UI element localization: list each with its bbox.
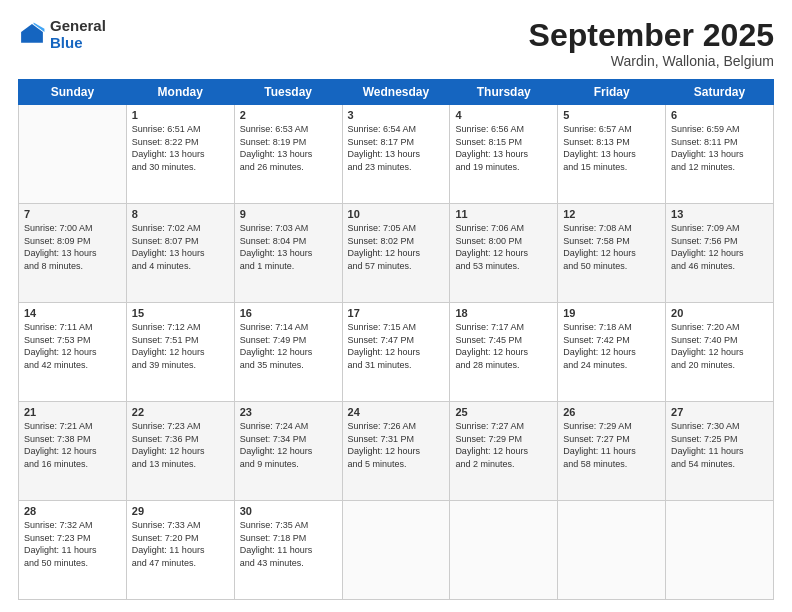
day-number: 15 <box>132 307 229 319</box>
table-cell: 30Sunrise: 7:35 AM Sunset: 7:18 PM Dayli… <box>234 501 342 600</box>
table-cell <box>666 501 774 600</box>
day-number: 19 <box>563 307 660 319</box>
day-number: 30 <box>240 505 337 517</box>
table-cell: 5Sunrise: 6:57 AM Sunset: 8:13 PM Daylig… <box>558 105 666 204</box>
table-cell: 8Sunrise: 7:02 AM Sunset: 8:07 PM Daylig… <box>126 204 234 303</box>
day-info: Sunrise: 6:57 AM Sunset: 8:13 PM Dayligh… <box>563 123 660 173</box>
table-cell: 20Sunrise: 7:20 AM Sunset: 7:40 PM Dayli… <box>666 303 774 402</box>
day-number: 12 <box>563 208 660 220</box>
day-info: Sunrise: 7:18 AM Sunset: 7:42 PM Dayligh… <box>563 321 660 371</box>
table-cell <box>19 105 127 204</box>
day-info: Sunrise: 7:15 AM Sunset: 7:47 PM Dayligh… <box>348 321 445 371</box>
day-info: Sunrise: 7:29 AM Sunset: 7:27 PM Dayligh… <box>563 420 660 470</box>
day-info: Sunrise: 7:00 AM Sunset: 8:09 PM Dayligh… <box>24 222 121 272</box>
day-number: 26 <box>563 406 660 418</box>
calendar-week-row: 28Sunrise: 7:32 AM Sunset: 7:23 PM Dayli… <box>19 501 774 600</box>
table-cell: 27Sunrise: 7:30 AM Sunset: 7:25 PM Dayli… <box>666 402 774 501</box>
day-number: 8 <box>132 208 229 220</box>
calendar-table: Sunday Monday Tuesday Wednesday Thursday… <box>18 79 774 600</box>
table-cell: 25Sunrise: 7:27 AM Sunset: 7:29 PM Dayli… <box>450 402 558 501</box>
day-number: 11 <box>455 208 552 220</box>
day-info: Sunrise: 7:02 AM Sunset: 8:07 PM Dayligh… <box>132 222 229 272</box>
day-number: 24 <box>348 406 445 418</box>
table-cell: 6Sunrise: 6:59 AM Sunset: 8:11 PM Daylig… <box>666 105 774 204</box>
table-cell: 29Sunrise: 7:33 AM Sunset: 7:20 PM Dayli… <box>126 501 234 600</box>
day-number: 29 <box>132 505 229 517</box>
calendar-week-row: 1Sunrise: 6:51 AM Sunset: 8:22 PM Daylig… <box>19 105 774 204</box>
col-friday: Friday <box>558 80 666 105</box>
table-cell <box>558 501 666 600</box>
col-monday: Monday <box>126 80 234 105</box>
day-number: 27 <box>671 406 768 418</box>
day-info: Sunrise: 7:32 AM Sunset: 7:23 PM Dayligh… <box>24 519 121 569</box>
col-tuesday: Tuesday <box>234 80 342 105</box>
table-cell: 23Sunrise: 7:24 AM Sunset: 7:34 PM Dayli… <box>234 402 342 501</box>
table-cell: 26Sunrise: 7:29 AM Sunset: 7:27 PM Dayli… <box>558 402 666 501</box>
day-number: 7 <box>24 208 121 220</box>
table-cell: 22Sunrise: 7:23 AM Sunset: 7:36 PM Dayli… <box>126 402 234 501</box>
day-info: Sunrise: 7:14 AM Sunset: 7:49 PM Dayligh… <box>240 321 337 371</box>
day-info: Sunrise: 6:56 AM Sunset: 8:15 PM Dayligh… <box>455 123 552 173</box>
page: General Blue September 2025 Wardin, Wall… <box>0 0 792 612</box>
col-wednesday: Wednesday <box>342 80 450 105</box>
day-number: 20 <box>671 307 768 319</box>
day-info: Sunrise: 7:35 AM Sunset: 7:18 PM Dayligh… <box>240 519 337 569</box>
day-info: Sunrise: 7:21 AM Sunset: 7:38 PM Dayligh… <box>24 420 121 470</box>
day-info: Sunrise: 7:06 AM Sunset: 8:00 PM Dayligh… <box>455 222 552 272</box>
table-cell: 14Sunrise: 7:11 AM Sunset: 7:53 PM Dayli… <box>19 303 127 402</box>
table-cell: 28Sunrise: 7:32 AM Sunset: 7:23 PM Dayli… <box>19 501 127 600</box>
table-cell: 11Sunrise: 7:06 AM Sunset: 8:00 PM Dayli… <box>450 204 558 303</box>
table-cell: 15Sunrise: 7:12 AM Sunset: 7:51 PM Dayli… <box>126 303 234 402</box>
day-number: 5 <box>563 109 660 121</box>
day-info: Sunrise: 6:59 AM Sunset: 8:11 PM Dayligh… <box>671 123 768 173</box>
logo-general-text: General <box>50 18 106 35</box>
day-info: Sunrise: 7:11 AM Sunset: 7:53 PM Dayligh… <box>24 321 121 371</box>
table-cell: 7Sunrise: 7:00 AM Sunset: 8:09 PM Daylig… <box>19 204 127 303</box>
col-thursday: Thursday <box>450 80 558 105</box>
day-info: Sunrise: 7:24 AM Sunset: 7:34 PM Dayligh… <box>240 420 337 470</box>
day-number: 1 <box>132 109 229 121</box>
month-title: September 2025 <box>529 18 774 53</box>
day-info: Sunrise: 7:09 AM Sunset: 7:56 PM Dayligh… <box>671 222 768 272</box>
table-cell: 1Sunrise: 6:51 AM Sunset: 8:22 PM Daylig… <box>126 105 234 204</box>
calendar-week-row: 14Sunrise: 7:11 AM Sunset: 7:53 PM Dayli… <box>19 303 774 402</box>
logo: General Blue <box>18 18 106 51</box>
day-number: 25 <box>455 406 552 418</box>
day-info: Sunrise: 7:17 AM Sunset: 7:45 PM Dayligh… <box>455 321 552 371</box>
day-info: Sunrise: 7:23 AM Sunset: 7:36 PM Dayligh… <box>132 420 229 470</box>
table-cell: 13Sunrise: 7:09 AM Sunset: 7:56 PM Dayli… <box>666 204 774 303</box>
table-cell: 2Sunrise: 6:53 AM Sunset: 8:19 PM Daylig… <box>234 105 342 204</box>
calendar-week-row: 7Sunrise: 7:00 AM Sunset: 8:09 PM Daylig… <box>19 204 774 303</box>
table-cell: 9Sunrise: 7:03 AM Sunset: 8:04 PM Daylig… <box>234 204 342 303</box>
table-cell: 10Sunrise: 7:05 AM Sunset: 8:02 PM Dayli… <box>342 204 450 303</box>
day-number: 10 <box>348 208 445 220</box>
day-number: 21 <box>24 406 121 418</box>
calendar-header-row: Sunday Monday Tuesday Wednesday Thursday… <box>19 80 774 105</box>
table-cell: 18Sunrise: 7:17 AM Sunset: 7:45 PM Dayli… <box>450 303 558 402</box>
table-cell: 16Sunrise: 7:14 AM Sunset: 7:49 PM Dayli… <box>234 303 342 402</box>
col-sunday: Sunday <box>19 80 127 105</box>
day-info: Sunrise: 7:05 AM Sunset: 8:02 PM Dayligh… <box>348 222 445 272</box>
day-number: 4 <box>455 109 552 121</box>
table-cell <box>342 501 450 600</box>
table-cell: 17Sunrise: 7:15 AM Sunset: 7:47 PM Dayli… <box>342 303 450 402</box>
day-info: Sunrise: 7:12 AM Sunset: 7:51 PM Dayligh… <box>132 321 229 371</box>
day-info: Sunrise: 7:20 AM Sunset: 7:40 PM Dayligh… <box>671 321 768 371</box>
day-number: 2 <box>240 109 337 121</box>
day-info: Sunrise: 6:51 AM Sunset: 8:22 PM Dayligh… <box>132 123 229 173</box>
table-cell: 12Sunrise: 7:08 AM Sunset: 7:58 PM Dayli… <box>558 204 666 303</box>
day-number: 17 <box>348 307 445 319</box>
day-info: Sunrise: 7:26 AM Sunset: 7:31 PM Dayligh… <box>348 420 445 470</box>
calendar-week-row: 21Sunrise: 7:21 AM Sunset: 7:38 PM Dayli… <box>19 402 774 501</box>
logo-text: General Blue <box>50 18 106 51</box>
col-saturday: Saturday <box>666 80 774 105</box>
day-info: Sunrise: 7:30 AM Sunset: 7:25 PM Dayligh… <box>671 420 768 470</box>
day-number: 9 <box>240 208 337 220</box>
day-number: 28 <box>24 505 121 517</box>
day-info: Sunrise: 7:03 AM Sunset: 8:04 PM Dayligh… <box>240 222 337 272</box>
table-cell <box>450 501 558 600</box>
day-number: 23 <box>240 406 337 418</box>
day-info: Sunrise: 6:54 AM Sunset: 8:17 PM Dayligh… <box>348 123 445 173</box>
day-info: Sunrise: 7:27 AM Sunset: 7:29 PM Dayligh… <box>455 420 552 470</box>
day-number: 16 <box>240 307 337 319</box>
